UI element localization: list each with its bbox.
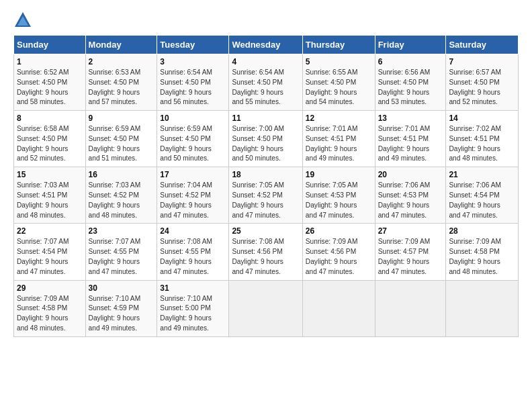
day-cell: 24Sunrise: 7:08 AMSunset: 4:55 PMDayligh… (157, 224, 229, 280)
week-row-4: 22Sunrise: 7:07 AMSunset: 4:54 PMDayligh… (14, 224, 519, 280)
day-number: 21 (449, 170, 515, 179)
day-cell: 1Sunrise: 6:52 AMSunset: 4:50 PMDaylight… (14, 54, 86, 111)
day-cell: 19Sunrise: 7:05 AMSunset: 4:53 PMDayligh… (302, 167, 375, 224)
day-cell: 9Sunrise: 6:59 AMSunset: 4:50 PMDaylight… (85, 111, 157, 167)
day-number: 18 (232, 170, 299, 179)
day-detail: Sunrise: 7:03 AMSunset: 4:51 PMDaylight:… (17, 181, 83, 220)
day-detail: Sunrise: 7:09 AMSunset: 4:58 PMDaylight:… (449, 237, 515, 277)
day-detail: Sunrise: 6:59 AMSunset: 4:50 PMDaylight:… (89, 124, 154, 164)
dow-header-thursday: Thursday (302, 36, 375, 54)
day-number: 17 (160, 170, 226, 179)
day-cell: 16Sunrise: 7:03 AMSunset: 4:52 PMDayligh… (85, 167, 157, 224)
day-detail: Sunrise: 7:09 AMSunset: 4:57 PMDaylight:… (378, 237, 443, 277)
day-number: 9 (89, 113, 154, 123)
day-number: 16 (89, 170, 154, 179)
day-detail: Sunrise: 7:08 AMSunset: 4:55 PMDaylight:… (160, 237, 226, 277)
day-detail: Sunrise: 7:01 AMSunset: 4:51 PMDaylight:… (306, 124, 372, 164)
day-number: 24 (160, 226, 226, 236)
day-cell (302, 280, 375, 336)
day-detail: Sunrise: 7:05 AMSunset: 4:52 PMDaylight:… (232, 181, 299, 220)
day-cell: 5Sunrise: 6:55 AMSunset: 4:50 PMDaylight… (302, 54, 375, 111)
day-number: 28 (449, 226, 515, 236)
day-number: 4 (232, 57, 299, 66)
day-detail: Sunrise: 7:06 AMSunset: 4:54 PMDaylight:… (449, 181, 515, 220)
day-detail: Sunrise: 7:07 AMSunset: 4:55 PMDaylight:… (89, 237, 154, 277)
day-detail: Sunrise: 6:54 AMSunset: 4:50 PMDaylight:… (232, 68, 299, 107)
week-row-1: 1Sunrise: 6:52 AMSunset: 4:50 PMDaylight… (14, 54, 519, 111)
day-detail: Sunrise: 6:55 AMSunset: 4:50 PMDaylight:… (306, 68, 372, 107)
day-number: 25 (232, 226, 299, 236)
day-detail: Sunrise: 7:09 AMSunset: 4:56 PMDaylight:… (306, 237, 372, 277)
day-detail: Sunrise: 6:54 AMSunset: 4:50 PMDaylight:… (160, 68, 226, 107)
day-detail: Sunrise: 7:04 AMSunset: 4:52 PMDaylight:… (160, 181, 226, 220)
week-row-2: 8Sunrise: 6:58 AMSunset: 4:50 PMDaylight… (14, 111, 519, 167)
day-number: 8 (17, 113, 83, 123)
day-number: 2 (89, 57, 154, 66)
day-number: 12 (306, 113, 372, 123)
day-cell (229, 280, 302, 336)
day-cell: 31Sunrise: 7:10 AMSunset: 5:00 PMDayligh… (157, 280, 229, 336)
day-number: 26 (306, 226, 372, 236)
day-number: 31 (160, 283, 226, 293)
day-number: 11 (232, 113, 299, 123)
day-detail: Sunrise: 7:03 AMSunset: 4:52 PMDaylight:… (89, 181, 154, 220)
day-detail: Sunrise: 6:52 AMSunset: 4:50 PMDaylight:… (17, 68, 83, 107)
day-cell: 4Sunrise: 6:54 AMSunset: 4:50 PMDaylight… (229, 54, 302, 111)
logo-icon (13, 11, 32, 30)
header (13, 11, 519, 30)
day-detail: Sunrise: 6:57 AMSunset: 4:50 PMDaylight:… (449, 68, 515, 107)
day-cell: 28Sunrise: 7:09 AMSunset: 4:58 PMDayligh… (446, 224, 519, 280)
dow-header-monday: Monday (85, 36, 157, 54)
day-number: 5 (306, 57, 372, 66)
day-cell (375, 280, 446, 336)
calendar: SundayMondayTuesdayWednesdayThursdayFrid… (13, 35, 519, 337)
day-cell: 18Sunrise: 7:05 AMSunset: 4:52 PMDayligh… (229, 167, 302, 224)
day-cell: 17Sunrise: 7:04 AMSunset: 4:52 PMDayligh… (157, 167, 229, 224)
day-cell: 11Sunrise: 7:00 AMSunset: 4:50 PMDayligh… (229, 111, 302, 167)
day-detail: Sunrise: 7:09 AMSunset: 4:58 PMDaylight:… (17, 294, 83, 334)
logo (13, 11, 35, 30)
day-number: 1 (17, 57, 83, 66)
day-cell: 30Sunrise: 7:10 AMSunset: 4:59 PMDayligh… (85, 280, 157, 336)
day-number: 10 (160, 113, 226, 123)
day-number: 14 (449, 113, 515, 123)
day-cell: 6Sunrise: 6:56 AMSunset: 4:50 PMDaylight… (375, 54, 446, 111)
dow-header-sunday: Sunday (14, 36, 86, 54)
day-number: 30 (89, 283, 154, 293)
day-cell: 26Sunrise: 7:09 AMSunset: 4:56 PMDayligh… (302, 224, 375, 280)
day-cell: 10Sunrise: 6:59 AMSunset: 4:50 PMDayligh… (157, 111, 229, 167)
day-cell: 22Sunrise: 7:07 AMSunset: 4:54 PMDayligh… (14, 224, 86, 280)
day-detail: Sunrise: 7:05 AMSunset: 4:53 PMDaylight:… (306, 181, 372, 220)
day-cell: 14Sunrise: 7:02 AMSunset: 4:51 PMDayligh… (446, 111, 519, 167)
dow-header-tuesday: Tuesday (157, 36, 229, 54)
day-number: 27 (378, 226, 443, 236)
day-cell: 15Sunrise: 7:03 AMSunset: 4:51 PMDayligh… (14, 167, 86, 224)
day-cell: 2Sunrise: 6:53 AMSunset: 4:50 PMDaylight… (85, 54, 157, 111)
day-number: 15 (17, 170, 83, 179)
day-detail: Sunrise: 7:02 AMSunset: 4:51 PMDaylight:… (449, 124, 515, 164)
day-cell: 3Sunrise: 6:54 AMSunset: 4:50 PMDaylight… (157, 54, 229, 111)
calendar-body: 1Sunrise: 6:52 AMSunset: 4:50 PMDaylight… (14, 54, 519, 337)
day-detail: Sunrise: 7:01 AMSunset: 4:51 PMDaylight:… (378, 124, 443, 164)
day-detail: Sunrise: 7:10 AMSunset: 5:00 PMDaylight:… (160, 294, 226, 334)
day-cell: 23Sunrise: 7:07 AMSunset: 4:55 PMDayligh… (85, 224, 157, 280)
day-number: 22 (17, 226, 83, 236)
day-detail: Sunrise: 7:07 AMSunset: 4:54 PMDaylight:… (17, 237, 83, 277)
day-cell: 29Sunrise: 7:09 AMSunset: 4:58 PMDayligh… (14, 280, 86, 336)
day-cell (446, 280, 519, 336)
day-number: 3 (160, 57, 226, 66)
day-number: 13 (378, 113, 443, 123)
day-detail: Sunrise: 6:58 AMSunset: 4:50 PMDaylight:… (17, 124, 83, 164)
day-cell: 12Sunrise: 7:01 AMSunset: 4:51 PMDayligh… (302, 111, 375, 167)
day-number: 7 (449, 57, 515, 66)
day-cell: 27Sunrise: 7:09 AMSunset: 4:57 PMDayligh… (375, 224, 446, 280)
day-detail: Sunrise: 6:56 AMSunset: 4:50 PMDaylight:… (378, 68, 443, 107)
dow-header-friday: Friday (375, 36, 446, 54)
day-detail: Sunrise: 7:10 AMSunset: 4:59 PMDaylight:… (89, 294, 154, 334)
day-cell: 8Sunrise: 6:58 AMSunset: 4:50 PMDaylight… (14, 111, 86, 167)
day-number: 6 (378, 57, 443, 66)
day-cell: 20Sunrise: 7:06 AMSunset: 4:53 PMDayligh… (375, 167, 446, 224)
day-number: 19 (306, 170, 372, 179)
day-number: 20 (378, 170, 443, 179)
day-detail: Sunrise: 7:00 AMSunset: 4:50 PMDaylight:… (232, 124, 299, 164)
